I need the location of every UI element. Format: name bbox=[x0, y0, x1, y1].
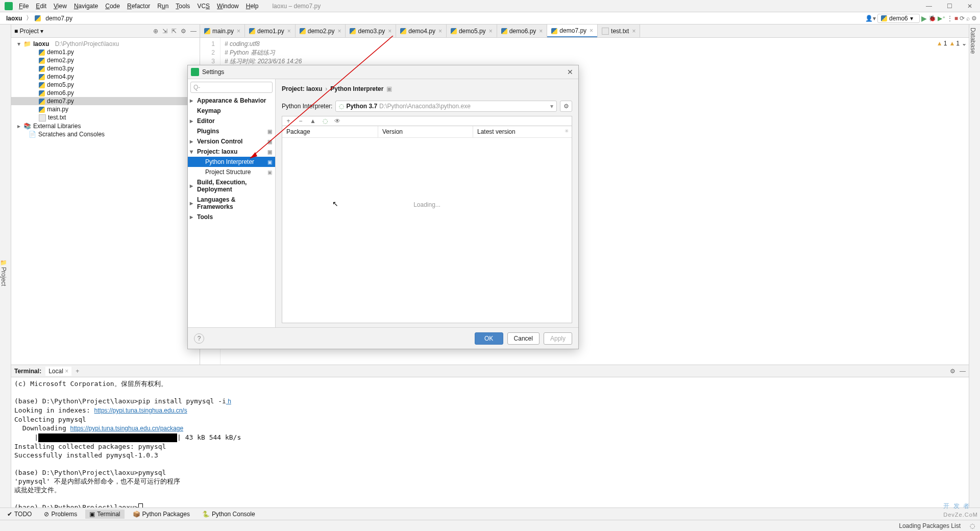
close-tab-icon[interactable]: × bbox=[337, 28, 341, 35]
file-row[interactable]: demo3.py bbox=[11, 64, 200, 73]
settings-cat-editor[interactable]: ▸Editor bbox=[188, 116, 275, 126]
remove-package-button[interactable]: − bbox=[297, 117, 305, 125]
interpreter-select[interactable]: ◌ Python 3.7 D:\Python\Anaconda3\python.… bbox=[335, 101, 557, 112]
debug-button[interactable]: 🐞 bbox=[928, 15, 936, 22]
close-tab-icon[interactable]: × bbox=[237, 28, 240, 35]
apply-button[interactable]: Apply bbox=[544, 332, 572, 345]
close-tab-icon[interactable]: × bbox=[489, 28, 493, 35]
target-icon[interactable]: ⊕ bbox=[153, 28, 158, 35]
window-close-icon[interactable]: ✕ bbox=[960, 3, 980, 10]
tab-demo5[interactable]: demo5.py× bbox=[447, 25, 497, 37]
close-tab-icon[interactable]: × bbox=[590, 27, 593, 34]
expander-icon[interactable]: ▾ bbox=[17, 40, 21, 47]
terminal-body[interactable]: (c) Microsoft Corporation。保留所有权利。 (base)… bbox=[11, 377, 969, 514]
file-row[interactable]: demo4.py bbox=[11, 73, 200, 81]
settings-cat-appearance-behavior[interactable]: ▸Appearance & Behavior bbox=[188, 95, 275, 106]
stop-button[interactable]: ■ bbox=[954, 15, 958, 22]
menu-edit[interactable]: Edit bbox=[32, 3, 50, 10]
tab-demo4[interactable]: demo4.py× bbox=[396, 25, 447, 37]
menu-tools[interactable]: Tools bbox=[172, 3, 193, 10]
more-run-button[interactable]: ⋮ bbox=[947, 15, 953, 22]
menu-window[interactable]: Window bbox=[213, 3, 242, 10]
external-libs-row[interactable]: ▸📚External Libraries bbox=[11, 122, 200, 130]
expand-all-icon[interactable]: ⇲ bbox=[162, 28, 167, 35]
breadcrumb-root[interactable]: laoxu bbox=[4, 15, 24, 22]
menu-help[interactable]: Help bbox=[242, 3, 262, 10]
settings-cat-keymap[interactable]: Keymap bbox=[188, 106, 275, 116]
project-tw-dropdown[interactable]: ■ Project ▾ bbox=[14, 28, 43, 35]
tw-terminal[interactable]: ▣ Terminal bbox=[85, 510, 124, 519]
close-tab-icon[interactable]: × bbox=[438, 28, 442, 35]
left-tool-strip[interactable]: 📁 Project bbox=[0, 25, 11, 518]
tw-python-console[interactable]: 🐍 Python Console bbox=[198, 510, 259, 519]
right-tool-strip[interactable]: DatabaseSciView bbox=[969, 25, 980, 518]
upgrade-package-button[interactable]: ▲ bbox=[309, 117, 317, 125]
tw-todo[interactable]: ✔ TODO bbox=[3, 510, 36, 519]
settings-cat-tools[interactable]: ▸Tools bbox=[188, 212, 275, 222]
menu-view[interactable]: View bbox=[50, 3, 70, 10]
file-row[interactable]: demo6.py bbox=[11, 89, 200, 97]
new-terminal-tab-button[interactable]: + bbox=[76, 368, 79, 375]
settings-search-input[interactable]: Q- bbox=[190, 82, 273, 93]
tw-problems[interactable]: ⊘ Problems bbox=[40, 510, 81, 519]
window-minimize-icon[interactable]: — bbox=[919, 3, 939, 10]
dialog-close-button[interactable]: ✕ bbox=[565, 68, 575, 76]
file-row-selected[interactable]: demo7.py bbox=[11, 97, 200, 105]
hide-icon[interactable]: — bbox=[960, 368, 966, 375]
close-tab-icon[interactable]: × bbox=[539, 28, 543, 35]
gear-icon[interactable]: ⚙ bbox=[181, 28, 186, 35]
menu-file[interactable]: File bbox=[15, 3, 32, 10]
scratches-row[interactable]: 📄Scratches and Consoles bbox=[11, 130, 200, 138]
col-package[interactable]: Package bbox=[282, 126, 378, 137]
coverage-button[interactable]: ▶⁺ bbox=[938, 15, 945, 22]
interpreter-gear-button[interactable]: ⚙ bbox=[560, 101, 572, 112]
crumb-project[interactable]: Project: laoxu bbox=[282, 85, 322, 92]
file-row[interactable]: demo2.py bbox=[11, 56, 200, 64]
menu-run[interactable]: Run bbox=[154, 3, 172, 10]
close-tab-icon[interactable]: × bbox=[287, 28, 291, 35]
package-table[interactable]: Package Version Latest version ✳ Loading… bbox=[282, 126, 572, 323]
show-early-button[interactable]: 👁 bbox=[333, 117, 341, 125]
settings-cat-version-control[interactable]: ▸Version Control▣ bbox=[188, 136, 275, 147]
tab-demo1[interactable]: demo1.py× bbox=[245, 25, 296, 37]
tab-demo6[interactable]: demo6.py× bbox=[497, 25, 548, 37]
settings-cat-plugins[interactable]: Plugins▣ bbox=[188, 126, 275, 136]
tab-demo3[interactable]: demo3.py× bbox=[346, 25, 396, 37]
settings-cat-project-laoxu[interactable]: ▾Project: laoxu▣ bbox=[188, 147, 275, 157]
tab-demo2[interactable]: demo2.py× bbox=[296, 25, 346, 37]
terminal-tab-local[interactable]: Local × bbox=[45, 367, 71, 376]
file-row[interactable]: test.txt bbox=[11, 113, 200, 122]
chevron-icon[interactable]: ⌄ bbox=[962, 40, 967, 47]
settings-cat-python-interpreter[interactable]: Python Interpreter▣ bbox=[188, 157, 275, 167]
update-button[interactable]: ⟳ bbox=[960, 15, 965, 22]
file-row[interactable]: demo5.py bbox=[11, 81, 200, 89]
menu-code[interactable]: Code bbox=[102, 3, 124, 10]
cancel-button[interactable]: Cancel bbox=[507, 332, 540, 345]
settings-cat-languages-frameworks[interactable]: ▸Languages & Frameworks bbox=[188, 195, 275, 212]
window-maximize-icon[interactable]: ☐ bbox=[939, 3, 960, 10]
user-icon[interactable]: 👤▾ bbox=[865, 15, 876, 22]
file-row[interactable]: demo1.py bbox=[11, 48, 200, 56]
dialog-titlebar[interactable]: Settings ✕ bbox=[188, 65, 578, 79]
inspection-widget[interactable]: ▲1 ▲1 ⌄ bbox=[937, 40, 967, 47]
file-row[interactable]: main.py bbox=[11, 105, 200, 113]
tab-main[interactable]: main.py× bbox=[200, 25, 245, 37]
run-config-select[interactable]: demo6 ▾ bbox=[877, 14, 920, 23]
collapse-icon[interactable]: ⇱ bbox=[172, 28, 177, 35]
tab-demo7-active[interactable]: demo7.py× bbox=[547, 25, 598, 37]
close-tab-icon[interactable]: × bbox=[632, 28, 635, 35]
run-button[interactable]: ▶ bbox=[921, 14, 927, 22]
settings-cat-build-execution-deployment[interactable]: ▸Build, Execution, Deployment bbox=[188, 177, 275, 195]
breadcrumb-file[interactable]: demo7.py bbox=[43, 15, 75, 22]
tab-testtxt[interactable]: test.txt× bbox=[598, 25, 640, 37]
project-root-row[interactable]: ▾ 📁 laoxu D:\Python\Project\laoxu bbox=[11, 40, 200, 48]
col-latest[interactable]: Latest version bbox=[473, 126, 572, 137]
settings-icon[interactable]: ⚙ bbox=[971, 15, 977, 22]
tw-python-packages[interactable]: 📦 Python Packages bbox=[129, 510, 194, 519]
settings-cat-project-structure[interactable]: Project Structure▣ bbox=[188, 167, 275, 177]
ok-button[interactable]: OK bbox=[475, 332, 503, 345]
menu-refactor[interactable]: Refactor bbox=[124, 3, 154, 10]
col-version[interactable]: Version bbox=[378, 126, 473, 137]
close-tab-icon[interactable]: × bbox=[388, 28, 391, 35]
hide-icon[interactable]: — bbox=[190, 28, 197, 35]
